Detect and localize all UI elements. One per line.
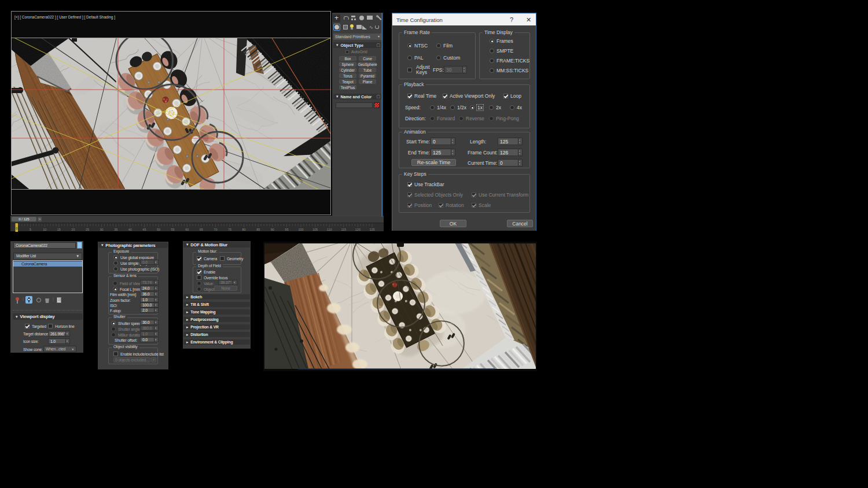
svg-text:85: 85 (256, 228, 260, 231)
svg-text:125: 125 (369, 228, 374, 231)
svg-text:105: 105 (312, 228, 318, 231)
svg-text:100: 100 (298, 228, 303, 231)
svg-text:40: 40 (128, 228, 132, 231)
svg-text:55: 55 (171, 228, 175, 231)
svg-text:80: 80 (242, 228, 246, 231)
svg-text:70: 70 (214, 228, 217, 231)
svg-text:50: 50 (157, 228, 160, 231)
svg-text:95: 95 (285, 228, 288, 231)
svg-text:120: 120 (355, 228, 361, 231)
svg-text:10: 10 (43, 228, 46, 231)
svg-text:110: 110 (327, 228, 332, 231)
svg-text:25: 25 (86, 228, 89, 231)
svg-text:0: 0 (16, 227, 17, 230)
svg-text:15: 15 (57, 228, 61, 231)
svg-text:75: 75 (228, 228, 231, 231)
svg-text:20: 20 (71, 228, 75, 231)
svg-text:35: 35 (114, 228, 117, 231)
svg-text:90: 90 (271, 228, 274, 231)
svg-text:30: 30 (100, 228, 104, 231)
svg-text:5: 5 (30, 228, 31, 231)
svg-text:115: 115 (341, 228, 346, 231)
svg-text:65: 65 (200, 228, 203, 231)
svg-text:45: 45 (142, 228, 146, 231)
svg-text:60: 60 (185, 228, 189, 231)
